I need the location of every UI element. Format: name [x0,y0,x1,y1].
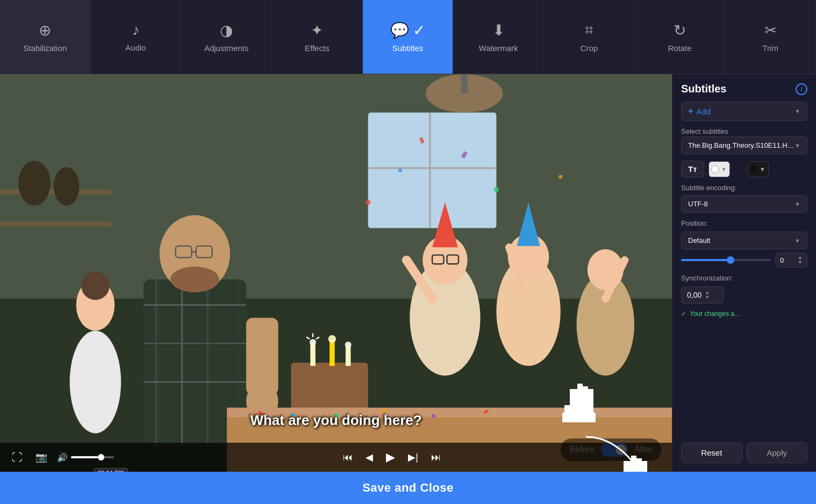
volume-slider[interactable] [71,456,114,458]
save-close-bar: Save and Close [0,472,816,504]
sync-spinners: ▲ ▼ [705,290,710,300]
svg-point-63 [559,175,562,178]
trim-icon: ✂ [764,21,777,39]
text-color-white-button[interactable]: ▼ [708,161,730,177]
rotate-icon: ↻ [674,21,686,39]
toolbar: ⊕ Stabilization ♪ Audio ◑ Adjustments ✦ … [0,0,816,74]
position-dropdown[interactable]: Default ▼ [681,232,807,249]
video-bg: H O M E [0,74,672,472]
sync-controls: 0,00 ▲ ▼ [681,286,807,304]
svg-point-62 [494,187,499,192]
skip-back-button[interactable]: ◀ [362,449,376,465]
tool-rotate[interactable]: ↻ Rotate [635,0,726,74]
tool-stabilization-label: Stabilization [23,44,67,53]
svg-point-61 [398,168,402,172]
panel-title-row: Subtitles i [681,83,807,95]
sync-section: Synchronization: 0,00 ▲ ▼ [681,274,807,304]
position-slider-thumb[interactable] [727,256,734,264]
tool-adjustments[interactable]: ◑ Adjustments [181,0,272,74]
font-button[interactable]: Tт [681,161,704,177]
position-chevron-icon: ▼ [794,237,800,244]
adjustments-icon: ◑ [220,21,233,39]
position-label: Position: [681,219,807,227]
sync-value: 0,00 [687,291,702,299]
changes-notice: ✓ Your changes a... [681,310,807,318]
position-spinners: ▲ ▼ [798,255,803,265]
subtitle-text: What are you doing here? [250,412,421,429]
tool-watermark[interactable]: ⬇ Watermark [453,0,544,74]
svg-point-26 [170,267,219,292]
white-color-dot [711,165,719,173]
tool-audio-label: Audio [125,43,146,52]
position-spinner-down[interactable]: ▼ [798,260,803,265]
tool-trim[interactable]: ✂ Trim [725,0,816,74]
svg-point-13 [81,272,110,300]
tool-subtitles[interactable]: 💬 ✓ Subtitles [363,0,454,74]
svg-point-34 [328,335,336,343]
text-color-chevron: ▼ [721,166,727,172]
position-number-input[interactable]: 0 ▲ ▼ [775,253,807,268]
skip-start-button[interactable]: ⏮ [340,450,356,465]
reset-button[interactable]: Reset [681,442,742,463]
encoding-chevron-icon: ▼ [794,201,800,207]
svg-rect-3 [429,113,431,228]
stabilization-icon: ⊕ [39,21,51,39]
svg-rect-2 [368,113,497,228]
position-slider[interactable] [681,259,771,261]
position-slider-fill [681,259,731,261]
subtitle-file-dropdown[interactable]: The.Big.Bang.Theory.S10E11.HD... ▼ [681,136,807,154]
skip-end-button[interactable]: ⏭ [428,450,444,465]
tool-watermark-label: Watermark [479,44,518,53]
check-icon: ✓ [681,310,686,318]
info-icon[interactable]: i [796,83,807,95]
watermark-icon: ⬇ [492,21,505,39]
add-chevron-icon: ▼ [794,108,800,114]
svg-rect-32 [346,347,351,366]
sync-input[interactable]: 0,00 ▲ ▼ [681,286,724,304]
subtitle-file-value: The.Big.Bang.Theory.S10E11.HD... [688,141,794,149]
crop-icon: ⌗ [585,21,593,39]
tool-crop-label: Crop [581,44,598,53]
subtitle-dropdown-chevron: ▼ [794,142,800,149]
tool-effects-label: Effects [305,44,330,53]
black-color-dot [750,165,757,173]
svg-point-33 [310,339,316,345]
svg-point-11 [70,330,121,433]
tool-adjustments-label: Adjustments [204,44,249,53]
right-panel: Subtitles i + Add ▼ Select subtitles The… [672,74,816,472]
encoding-dropdown[interactable]: UTF-8 ▼ [681,195,807,213]
svg-rect-8 [0,222,111,227]
svg-rect-6 [461,74,468,93]
video-placeholder: H O M E [0,74,672,472]
tool-trim-label: Trim [762,44,778,53]
encoding-section: Subtitle encoding: UTF-8 ▼ [681,184,807,213]
apply-button[interactable]: Apply [747,442,808,463]
svg-point-60 [366,200,371,205]
position-slider-row: 0 ▲ ▼ [681,253,807,268]
add-label: Add [696,107,711,116]
bg-color-black-button[interactable]: ▼ [747,161,769,177]
bg-color-chevron: ▼ [760,166,765,172]
save-close-button[interactable]: Save and Close [0,472,816,504]
select-subtitles-section: Select subtitles The.Big.Bang.Theory.S10… [681,127,807,154]
play-button[interactable]: ▶ [383,448,398,466]
position-number-value: 0 [780,256,784,264]
svg-point-35 [345,342,352,348]
tool-crop[interactable]: ⌗ Crop [544,0,635,74]
sync-spinner-down[interactable]: ▼ [705,295,710,300]
fullscreen-button[interactable]: ⛶ [9,449,26,466]
tool-stabilization[interactable]: ⊕ Stabilization [0,0,91,74]
skip-forward-button[interactable]: ▶| [405,449,421,465]
main-area: H O M E [0,74,816,472]
subtitles-icon: 💬 ✓ [390,21,426,39]
screenshot-button[interactable]: 📷 [32,449,51,465]
svg-point-9 [18,161,51,206]
add-button[interactable]: + Add ▼ [681,102,807,121]
reset-apply-buttons: Reset Apply [681,442,807,463]
encoding-label: Subtitle encoding: [681,184,807,192]
tool-effects[interactable]: ✦ Effects [272,0,363,74]
panel-title: Subtitles [681,83,726,95]
volume-icon: 🔊 [57,452,68,463]
volume-fill [71,456,98,458]
tool-audio[interactable]: ♪ Audio [91,0,182,74]
